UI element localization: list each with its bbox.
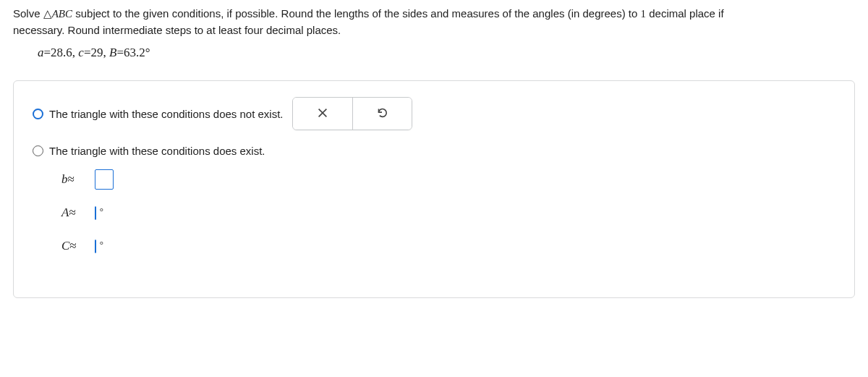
problem-text-line2: necessary. Round intermediate steps to a… — [13, 22, 855, 39]
answer-row-A: A≈ ° — [61, 202, 835, 224]
label-A: A≈ — [61, 206, 88, 220]
clear-button[interactable] — [293, 98, 352, 130]
choice-not-exist-label: The triangle with these conditions does … — [49, 108, 284, 120]
input-A[interactable] — [95, 206, 96, 220]
input-b[interactable] — [95, 169, 114, 190]
degree-symbol: ° — [100, 206, 103, 216]
choice-does-exist-label: The triangle with these conditions does … — [49, 145, 265, 157]
number-one: 1 — [641, 8, 647, 20]
answer-panel: The triangle with these conditions does … — [13, 80, 855, 298]
radio-does-exist[interactable] — [33, 145, 43, 156]
given-values: a=28.6, c=29, B=63.2° — [38, 46, 855, 60]
problem-text: subject to the given conditions, if poss… — [72, 7, 640, 20]
label-b: b≈ — [61, 172, 88, 187]
degree-symbol: ° — [100, 240, 103, 249]
problem-text: decimal place if — [646, 7, 724, 20]
action-button-group — [292, 97, 412, 130]
answer-row-b: b≈ — [61, 169, 835, 190]
reset-button[interactable] — [352, 98, 412, 130]
radio-not-exist[interactable] — [33, 109, 43, 119]
undo-icon — [375, 106, 388, 122]
close-icon — [316, 106, 329, 122]
problem-text-line1: Solve △ABC subject to the given conditio… — [13, 6, 855, 22]
answer-row-C: C≈ ° — [61, 235, 835, 257]
problem-text: Solve — [13, 7, 43, 20]
triangle-symbol: △ — [43, 7, 52, 20]
input-C[interactable] — [95, 240, 96, 253]
sub-answers: b≈ A≈ ° C≈ ° — [61, 169, 835, 257]
triangle-name: ABC — [52, 8, 72, 20]
label-C: C≈ — [61, 239, 88, 253]
